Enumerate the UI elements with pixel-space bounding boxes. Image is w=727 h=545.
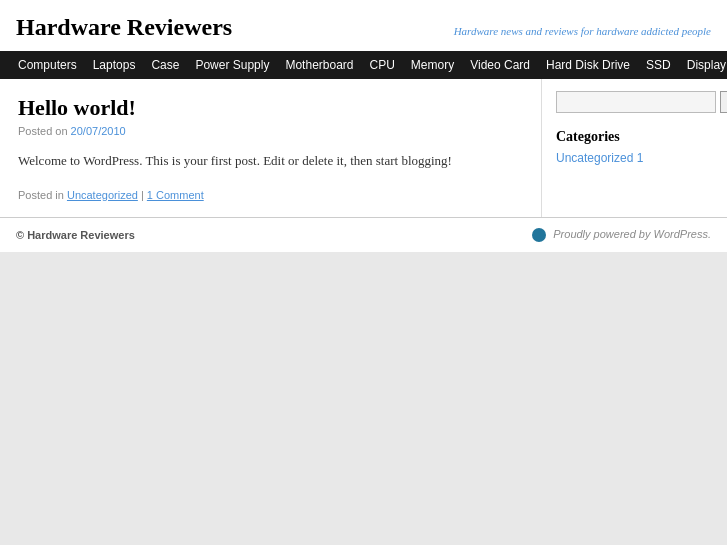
main-content: Hello world! Posted on 20/07/2010 Welcom…	[0, 79, 542, 217]
post-body: Welcome to WordPress. This is your first…	[18, 151, 523, 171]
nav-item-hard-disk-drive[interactable]: Hard Disk Drive	[538, 51, 638, 79]
post-footer: Posted in Uncategorized | 1 Comment	[18, 189, 523, 201]
post-date-link[interactable]: 20/07/2010	[71, 125, 126, 137]
post-footer-prefix: Posted in	[18, 189, 64, 201]
list-item: Uncategorized 1	[556, 151, 713, 165]
nav-item-laptops[interactable]: Laptops	[85, 51, 144, 79]
nav-item-power-supply[interactable]: Power Supply	[187, 51, 277, 79]
footer-powered-by: Proudly powered by WordPress.	[532, 228, 711, 242]
nav-item-display[interactable]: Display	[679, 51, 727, 79]
nav-item-ssd[interactable]: SSD	[638, 51, 679, 79]
post-date: Posted on 20/07/2010	[18, 125, 523, 137]
wordpress-icon	[532, 228, 546, 242]
nav-item-motherboard[interactable]: Motherboard	[277, 51, 361, 79]
categories-title: Categories	[556, 129, 713, 145]
sidebar: Search Categories Uncategorized 1	[542, 79, 727, 217]
main-nav: Computers Laptops Case Power Supply Moth…	[0, 51, 727, 79]
post-comment-link[interactable]: 1 Comment	[147, 189, 204, 201]
categories-list: Uncategorized 1	[556, 151, 713, 165]
footer-powered-by-text: Proudly powered by WordPress.	[553, 228, 711, 240]
search-input[interactable]	[556, 91, 716, 113]
post-date-prefix: Posted on	[18, 125, 68, 137]
search-button[interactable]: Search	[720, 91, 727, 113]
post-category-link[interactable]: Uncategorized	[67, 189, 138, 201]
footer-copyright: © Hardware Reviewers	[16, 229, 135, 241]
post-title: Hello world!	[18, 95, 523, 121]
nav-item-computers[interactable]: Computers	[10, 51, 85, 79]
site-footer: © Hardware Reviewers Proudly powered by …	[0, 217, 727, 252]
site-tagline: Hardware news and reviews for hardware a…	[454, 25, 711, 37]
nav-item-cpu[interactable]: CPU	[362, 51, 403, 79]
site-title: Hardware Reviewers	[16, 14, 232, 41]
search-box: Search	[556, 91, 713, 113]
nav-item-memory[interactable]: Memory	[403, 51, 462, 79]
nav-item-video-card[interactable]: Video Card	[462, 51, 538, 79]
nav-item-case[interactable]: Case	[143, 51, 187, 79]
category-link[interactable]: Uncategorized 1	[556, 151, 643, 165]
category-count: 1	[637, 151, 644, 165]
